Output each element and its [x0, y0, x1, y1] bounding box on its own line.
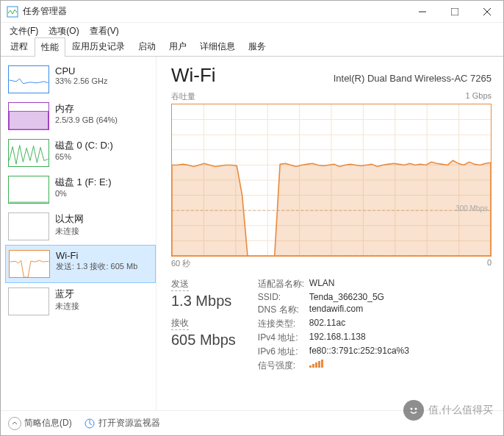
chart-refline-label: 300 Mbps: [456, 204, 488, 212]
prop-ipv6-v: fe80::3:791c:252:91ca%3: [309, 346, 409, 358]
adapter-name: Intel(R) Dual Band Wireless-AC 7265: [334, 73, 492, 84]
close-button[interactable]: [471, 1, 503, 22]
sidebar-item-sub: 0%: [55, 189, 112, 198]
app-icon: [7, 6, 18, 18]
minimize-button[interactable]: [406, 1, 439, 22]
maximize-button[interactable]: [439, 1, 471, 22]
page-title: Wi-Fi: [171, 64, 216, 87]
prop-sig-k: 信号强度:: [258, 360, 309, 372]
sidebar-item-sub: 33% 2.56 GHz: [55, 76, 108, 85]
recv-value: 605 Mbps: [171, 332, 236, 349]
tab-3[interactable]: 启动: [132, 37, 162, 56]
tab-2[interactable]: 应用历史记录: [65, 37, 132, 56]
prop-dns-k: DNS 名称:: [258, 304, 309, 316]
resource-monitor-label: 打开资源监视器: [98, 417, 160, 429]
sidebar-minigraph: [8, 287, 49, 315]
brief-info-label: 简略信息(D): [24, 417, 72, 429]
sidebar-item-0[interactable]: CPU33% 2.56 GHz: [5, 61, 156, 98]
sidebar-item-sub: 未连接: [55, 301, 79, 312]
sidebar-item-name: 磁盘 0 (C: D:): [55, 139, 113, 152]
prop-type-v: 802.11ac: [309, 318, 345, 330]
sidebar-item-name: 以太网: [55, 212, 84, 226]
sidebar-minigraph: [8, 102, 49, 130]
prop-dns-v: tendawifi.com: [309, 304, 363, 316]
window-buttons: [406, 1, 503, 22]
resource-monitor-link[interactable]: 打开资源监视器: [84, 417, 160, 429]
sidebar: CPU33% 2.56 GHz内存2.5/3.9 GB (64%)磁盘 0 (C…: [1, 57, 156, 410]
chart-xmax: 0: [487, 258, 492, 269]
prop-ssid-k: SSID:: [258, 292, 309, 302]
sidebar-item-name: 蓝牙: [55, 287, 79, 301]
titlebar: 任务管理器: [1, 1, 503, 23]
tab-5[interactable]: 详细信息: [193, 37, 242, 56]
prop-ipv4-k: IPv4 地址:: [258, 332, 309, 344]
main-panel: Wi-Fi Intel(R) Dual Band Wireless-AC 726…: [156, 57, 503, 410]
throughput-chart: 300 Mbps: [171, 104, 492, 257]
sidebar-item-name: 磁盘 1 (F: E:): [55, 176, 112, 189]
chevron-up-icon: [8, 417, 21, 430]
sidebar-item-2[interactable]: 磁盘 0 (C: D:)65%: [5, 135, 156, 171]
tab-6[interactable]: 服务: [242, 37, 273, 56]
tabs: 进程性能应用历史记录启动用户详细信息服务: [1, 39, 503, 57]
sidebar-item-1[interactable]: 内存2.5/3.9 GB (64%): [5, 98, 156, 135]
recv-label: 接收: [171, 317, 189, 330]
send-label: 发送: [171, 278, 189, 291]
sidebar-item-6[interactable]: 蓝牙未连接: [5, 283, 156, 320]
sidebar-minigraph: [8, 65, 49, 93]
sidebar-item-sub: 65%: [55, 152, 113, 161]
sidebar-minigraph: [8, 212, 49, 240]
sidebar-item-sub: 未连接: [55, 226, 84, 237]
sidebar-item-name: Wi-Fi: [56, 250, 137, 261]
properties: 适配器名称:WLAN SSID:Tenda_366230_5G DNS 名称:t…: [258, 278, 409, 374]
content: CPU33% 2.56 GHz内存2.5/3.9 GB (64%)磁盘 0 (C…: [1, 57, 503, 410]
sidebar-minigraph: [9, 250, 50, 278]
chart-xmin: 60 秒: [171, 258, 190, 269]
prop-adapter-v: WLAN: [309, 278, 335, 290]
sidebar-item-sub: 发送: 1.3 接收: 605 Mb: [56, 261, 137, 272]
chart-ylabel: 吞吐量: [171, 91, 195, 102]
tab-4[interactable]: 用户: [162, 37, 193, 56]
sidebar-minigraph: [8, 139, 49, 167]
send-value: 1.3 Mbps: [171, 293, 236, 310]
signal-strength-icon: [309, 360, 323, 372]
sidebar-item-sub: 2.5/3.9 GB (64%): [55, 115, 118, 124]
brief-info-link[interactable]: 简略信息(D): [8, 417, 72, 430]
sidebar-item-4[interactable]: 以太网未连接: [5, 208, 156, 245]
footer: 简略信息(D) 打开资源监视器: [1, 410, 503, 435]
prop-ssid-v: Tenda_366230_5G: [309, 292, 384, 302]
svg-line-28: [90, 424, 92, 425]
svg-rect-2: [451, 8, 458, 15]
sidebar-item-name: 内存: [55, 102, 118, 115]
sidebar-item-5[interactable]: Wi-Fi发送: 1.3 接收: 605 Mb: [5, 245, 156, 283]
chart-ymax: 1 Gbps: [466, 91, 492, 102]
prop-ipv6-k: IPv6 地址:: [258, 346, 309, 358]
window-title: 任务管理器: [23, 5, 406, 18]
sidebar-item-name: CPU: [55, 65, 108, 76]
sidebar-minigraph: [8, 176, 49, 204]
prop-adapter-k: 适配器名称:: [258, 278, 309, 290]
svg-rect-5: [9, 111, 48, 129]
tab-1[interactable]: 性能: [35, 37, 65, 57]
monitor-icon: [84, 418, 96, 429]
prop-type-k: 连接类型:: [258, 318, 309, 330]
tab-0[interactable]: 进程: [4, 37, 35, 56]
prop-ipv4-v: 192.168.1.138: [309, 332, 366, 344]
sidebar-item-3[interactable]: 磁盘 1 (F: E:)0%: [5, 171, 156, 208]
